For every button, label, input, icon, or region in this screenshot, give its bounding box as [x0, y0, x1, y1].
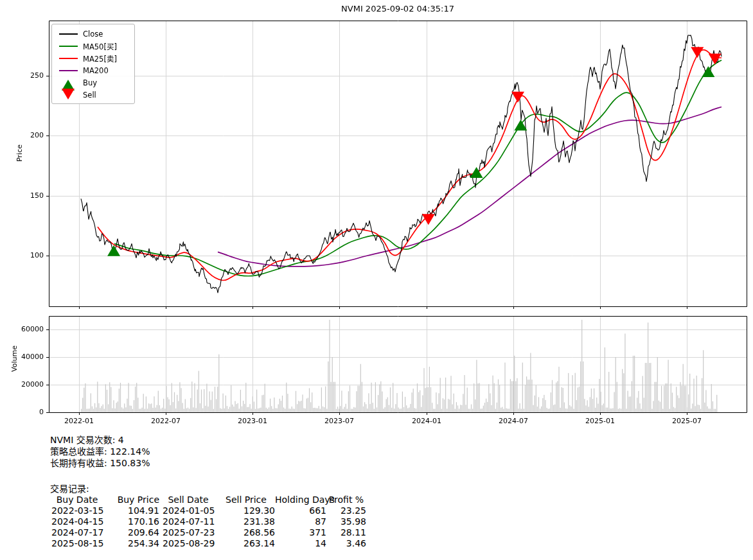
price-tick-label: 250 [10, 71, 44, 80]
price-tick-label: 100 [10, 251, 44, 259]
trade-cell: 2022-03-15 [50, 505, 104, 516]
trade-cell: 104.91 [104, 505, 159, 516]
x-tick-label: 2022-01 [57, 417, 102, 425]
trade-table-body: 2022-03-15104.912024-01-05129.3066123.25… [50, 505, 366, 549]
strategy-return-line: 策略总收益率: 122.14% [50, 446, 150, 457]
trade-cell: 2024-07-17 [50, 527, 104, 538]
legend-label: Buy [83, 78, 97, 87]
legend-label: Sell [83, 91, 96, 100]
chart-title: NVMI 2025-09-02 04:35:17 [49, 4, 747, 13]
trade-cell: 2025-08-29 [159, 538, 217, 549]
ma25-line-swatch [59, 58, 78, 59]
trade-col-header: Holding Days [275, 494, 326, 505]
volume-tick-label: 60000 [10, 325, 44, 333]
trade-cell: 268.56 [217, 527, 275, 538]
trade-cell: 3.46 [326, 538, 366, 549]
trade-records-section: 交易记录: Buy DateBuy PriceSell DateSell Pri… [50, 484, 366, 549]
legend-item-ma50: MA50[买] [57, 40, 130, 52]
trade-records-heading: 交易记录: [50, 484, 366, 494]
ma50-line-swatch [59, 46, 78, 47]
strategy-stats: NVMI 交易次数: 4 策略总收益率: 122.14% 长期持有收益: 150… [50, 434, 150, 469]
trade-cell: 170.16 [104, 516, 159, 527]
legend-item-buy: Buy [57, 76, 130, 89]
legend-label: MA25[卖] [83, 53, 117, 64]
legend-label: MA50[买] [83, 41, 117, 51]
trade-col-header: Sell Price [217, 494, 275, 505]
close-line-swatch [59, 33, 78, 35]
trade-row: 2022-03-15104.912024-01-05129.3066123.25 [50, 505, 366, 516]
sell-triangle-icon [62, 89, 75, 100]
price-axis-label: Price [15, 144, 24, 162]
x-tick-label: 2024-07 [491, 417, 536, 425]
buyhold-return-line: 长期持有收益: 150.83% [50, 457, 150, 469]
x-tick-label: 2025-07 [664, 417, 709, 425]
trade-cell: 2025-08-15 [50, 538, 104, 549]
trade-col-header: Profit % [326, 494, 366, 505]
trade-cell: 23.25 [326, 505, 366, 516]
trade-cell: 2024-04-15 [50, 516, 104, 527]
trade-row: 2024-04-15170.162024-07-11231.388735.98 [50, 516, 366, 527]
legend-label: Close [83, 30, 103, 39]
chart-legend: Close MA50[买] MA25[卖] MA200 Buy Sell [51, 24, 135, 104]
trade-cell: 2024-07-11 [159, 516, 217, 527]
trade-cell: 35.98 [326, 516, 366, 527]
trade-table-header: Buy DateBuy PriceSell DateSell PriceHold… [50, 494, 366, 505]
volume-tick-label: 40000 [10, 353, 44, 361]
trade-cell: 254.34 [104, 538, 159, 549]
trade-cell: 209.64 [104, 527, 159, 538]
trade-col-header: Sell Date [159, 494, 217, 505]
trade-row: 2024-07-17209.642025-07-23268.5637128.11 [50, 527, 366, 538]
figure-area: NVMI 2025-09-02 04:35:17 Price Volume Cl… [0, 0, 753, 425]
trade-cell: 2025-07-23 [159, 527, 217, 538]
price-tick-label: 150 [10, 191, 44, 200]
legend-item-ma25: MA25[卖] [57, 52, 130, 64]
x-tick-label: 2023-01 [230, 417, 275, 425]
trade-count-line: NVMI 交易次数: 4 [50, 434, 150, 446]
x-tick-label: 2024-01 [404, 417, 449, 425]
trade-cell: 28.11 [326, 527, 366, 538]
trade-row: 2025-08-15254.342025-08-29263.14143.46 [50, 538, 366, 549]
trade-cell: 661 [275, 505, 326, 516]
legend-label: MA200 [83, 66, 109, 75]
trade-col-header: Buy Price [104, 494, 159, 505]
legend-item-sell: Sell [57, 89, 130, 101]
trade-col-header: Buy Date [50, 494, 104, 505]
ma200-line-swatch [59, 70, 78, 71]
volume-tick-label: 0 [10, 408, 44, 416]
trade-cell: 371 [275, 527, 326, 538]
volume-tick-label: 20000 [10, 380, 44, 389]
trade-cell: 87 [275, 516, 326, 527]
x-tick-label: 2022-07 [143, 417, 188, 425]
trade-cell: 129.30 [217, 505, 275, 516]
trade-cell: 2024-01-05 [159, 505, 217, 516]
price-tick-label: 200 [10, 131, 44, 139]
x-tick-label: 2025-01 [578, 417, 623, 425]
x-tick-label: 2023-07 [317, 417, 362, 425]
legend-item-close: Close [57, 28, 130, 40]
trade-cell: 231.38 [217, 516, 275, 527]
trade-cell: 263.14 [217, 538, 275, 549]
trade-cell: 14 [275, 538, 326, 549]
stock-analysis-page: NVMI 2025-09-02 04:35:17 Price Volume Cl… [0, 0, 753, 560]
